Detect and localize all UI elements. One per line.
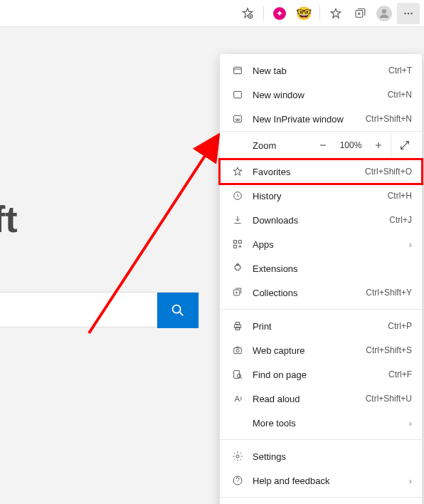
svg-point-2 <box>382 9 386 14</box>
add-favorite-button[interactable] <box>236 3 259 24</box>
new-tab-icon <box>230 65 245 76</box>
menu-divider <box>220 497 422 498</box>
search-bar[interactable] <box>0 292 199 327</box>
zoom-in-button[interactable] <box>366 133 391 157</box>
menu-divider <box>220 439 422 440</box>
menu-label: New tab <box>253 65 388 76</box>
svg-point-26 <box>236 455 239 458</box>
zoom-label: Zoom <box>253 140 311 151</box>
svg-rect-24 <box>234 371 240 379</box>
settings-menu: New tab Ctrl+T New window Ctrl+N New InP… <box>220 54 422 504</box>
history-icon <box>230 190 245 201</box>
fullscreen-button[interactable] <box>391 133 418 157</box>
zoom-value: 100% <box>335 140 366 150</box>
menu-label: More tools <box>253 418 409 429</box>
menu-find[interactable]: Find on page Ctrl+F <box>220 362 422 387</box>
chevron-right-icon: › <box>409 476 412 486</box>
zoom-out-button[interactable] <box>311 133 335 157</box>
favorites-button[interactable] <box>324 3 347 24</box>
menu-shortcut: Ctrl+J <box>389 215 412 225</box>
menu-label: Collections <box>253 288 366 298</box>
svg-point-25 <box>237 374 240 377</box>
menu-label: Downloads <box>253 215 389 226</box>
svg-point-6 <box>173 305 181 313</box>
svg-point-5 <box>410 12 412 14</box>
menu-label: History <box>253 191 388 201</box>
menu-label: New window <box>253 90 388 100</box>
menu-help[interactable]: Help and feedback › <box>220 468 422 493</box>
menu-shortcut: Ctrl+H <box>388 191 412 201</box>
menu-downloads[interactable]: Downloads Ctrl+J <box>220 208 422 232</box>
menu-shortcut: Ctrl+Shift+Y <box>366 288 412 298</box>
svg-point-4 <box>408 12 409 14</box>
new-window-icon <box>230 89 245 100</box>
settings-more-button[interactable] <box>397 3 420 24</box>
menu-divider <box>220 309 422 310</box>
svg-rect-15 <box>238 241 241 243</box>
svg-rect-16 <box>234 245 237 248</box>
menu-new-tab[interactable]: New tab Ctrl+T <box>220 58 422 83</box>
menu-shortcut: Ctrl+T <box>388 65 412 75</box>
menu-print[interactable]: Print Ctrl+P <box>220 314 422 338</box>
svg-point-3 <box>404 12 406 14</box>
menu-more-tools[interactable]: More tools › <box>220 411 422 435</box>
menu-apps[interactable]: Apps › <box>220 232 422 256</box>
collections-button[interactable] <box>349 3 371 24</box>
menu-shortcut: Ctrl+P <box>388 321 412 331</box>
browser-toolbar: ✦ 🤓 <box>0 0 424 27</box>
profile-button[interactable] <box>373 3 396 24</box>
menu-label: Favorites <box>253 167 365 177</box>
menu-shortcut: Ctrl+Shift+N <box>366 114 412 124</box>
svg-point-23 <box>236 350 239 352</box>
menu-shortcut: Ctrl+F <box>388 369 412 379</box>
page-brand-fragment: ft <box>0 198 18 241</box>
svg-point-12 <box>238 119 240 121</box>
menu-label: Help and feedback <box>253 476 409 486</box>
toolbar-separator <box>263 6 264 21</box>
web-capture-icon <box>230 345 245 356</box>
toolbar-separator <box>319 6 320 21</box>
read-aloud-icon <box>230 393 245 404</box>
menu-label: Find on page <box>253 369 388 380</box>
downloads-icon <box>230 214 245 226</box>
svg-rect-20 <box>235 322 239 325</box>
inprivate-icon <box>230 113 245 125</box>
menu-extensions[interactable]: Extensions <box>220 256 422 280</box>
svg-rect-9 <box>234 91 242 98</box>
menu-zoom: Zoom 100% <box>220 131 422 159</box>
favorites-icon <box>230 166 245 177</box>
menu-read-aloud[interactable]: Read aloud Ctrl+Shift+U <box>220 387 422 411</box>
svg-rect-14 <box>234 241 237 243</box>
menu-new-inprivate[interactable]: New InPrivate window Ctrl+Shift+N <box>220 107 422 131</box>
settings-icon <box>230 451 245 462</box>
menu-shortcut: Ctrl+Shift+S <box>366 345 412 355</box>
menu-settings[interactable]: Settings <box>220 444 422 468</box>
svg-rect-21 <box>235 327 239 330</box>
menu-collections[interactable]: Collections Ctrl+Shift+Y <box>220 280 422 305</box>
menu-favorites[interactable]: Favorites Ctrl+Shift+O <box>220 159 422 184</box>
menu-label: Apps <box>253 239 409 250</box>
svg-rect-22 <box>234 348 242 354</box>
svg-rect-8 <box>234 67 242 73</box>
page-content: ft New tab Ctrl+T New window Ctrl+N New … <box>0 27 424 504</box>
extension-smiley-icon[interactable]: 🤓 <box>292 3 315 24</box>
menu-web-capture[interactable]: Web capture Ctrl+Shift+S <box>220 338 422 362</box>
menu-label: Extensions <box>253 263 412 274</box>
menu-history[interactable]: History Ctrl+H <box>220 184 422 208</box>
menu-label: Web capture <box>253 345 366 356</box>
menu-label: Settings <box>253 451 412 462</box>
chevron-right-icon: › <box>409 239 412 250</box>
search-button[interactable] <box>157 293 198 328</box>
chevron-right-icon: › <box>409 418 412 429</box>
collections-icon <box>230 287 245 298</box>
apps-icon <box>230 238 245 250</box>
menu-shortcut: Ctrl+Shift+U <box>366 394 412 404</box>
menu-shortcut: Ctrl+N <box>388 90 412 100</box>
menu-label: Read aloud <box>253 394 366 404</box>
print-icon <box>230 320 245 332</box>
menu-shortcut: Ctrl+Shift+O <box>365 167 412 177</box>
extension-pink-icon[interactable]: ✦ <box>268 3 291 24</box>
menu-new-window[interactable]: New window Ctrl+N <box>220 83 422 107</box>
find-icon <box>230 369 245 380</box>
menu-label: New InPrivate window <box>253 114 366 125</box>
